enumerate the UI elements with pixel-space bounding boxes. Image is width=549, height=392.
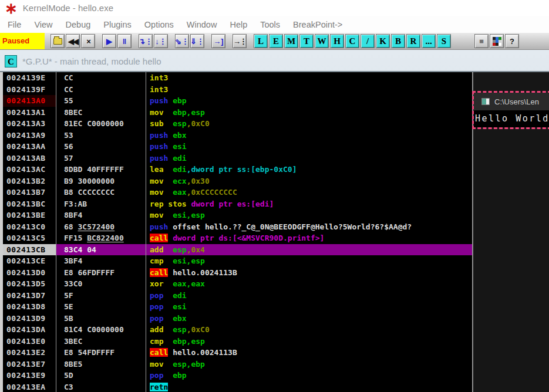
execute-till-return-button[interactable]: →] [211,34,225,48]
address-cell: 002413EA [3,381,56,392]
bytes-cell: 8BE5 [56,359,146,370]
disasm-row[interactable]: 002413D533C0xor eax,eax [3,278,472,290]
address-cell: 002413AA [3,141,56,153]
disasm-row[interactable]: 002413A18BECmov ebp,esp [3,107,472,119]
instruction-cell: rep stos dword ptr es:[edi] [146,198,472,210]
patches-button[interactable]: / [361,34,375,48]
restart-button[interactable]: ◀◀ [66,34,80,48]
menu-item-tools[interactable]: Tools [254,20,287,29]
disasm-row[interactable]: 002413C068 3C572400push offset hello.??_… [3,221,472,233]
instruction-cell: mov ecx,0x30 [146,175,472,187]
bytes-cell: 5F [56,290,146,302]
memory-map-button[interactable]: M [284,34,298,48]
source-button[interactable]: S [437,34,451,48]
disasm-row[interactable]: 002413B2B9 30000000mov ecx,0x30 [3,175,472,187]
close-button[interactable]: × [81,34,95,48]
appearance-button[interactable] [490,34,504,48]
address-cell: 002413D7 [3,290,56,302]
address-cell: 002413A0 [3,95,56,107]
bytes-cell: 8DBD 40FFFFFF [56,164,146,175]
instruction-cell: push ebp [146,95,472,107]
address-cell: 002413DA [3,324,56,336]
menu-item-file[interactable]: File [1,20,28,29]
bytes-cell: 5D [56,370,146,381]
bytes-cell: 81EC C0000000 [56,118,146,130]
disasm-row[interactable]: 002413AA56push esi [3,141,472,153]
animate-into-button[interactable]: ⇘⋮ [175,34,189,48]
step-over-button[interactable]: ↓⋮ [154,34,168,48]
console-titlebar[interactable]: C:\Users\Len [474,93,549,110]
go-to-address-button[interactable]: →⋮ [233,34,247,48]
menu-item-help[interactable]: Help [223,20,254,29]
help-button[interactable]: ? [505,34,519,48]
instruction-cell: sub esp,0xC0 [146,118,472,130]
pause-button[interactable]: ‖ [117,34,132,48]
disasm-row[interactable]: 002413DA81C4 C0000000add esp,0xC0 [3,324,472,336]
disasm-row[interactable]: 002413BCF3:ABrep stos dword ptr es:[edi] [3,198,472,210]
disasm-row[interactable]: 002413E78BE5mov esp,ebp [3,359,472,370]
call-stack-button[interactable]: K [376,34,390,48]
breakpoints-button[interactable]: B [391,34,405,48]
cpu-window-caption[interactable]: C *G.P.U* - main thread, module hello [5,54,161,68]
disasm-row[interactable]: 002413AC8DBD 40FFFFFFlea edi,dword ptr s… [3,164,472,175]
open-folder-icon [53,38,62,45]
disasm-row[interactable]: 002413D95Bpop ebx [3,313,472,325]
menu-item-breakpoint[interactable]: BreakPoint-> [287,20,349,29]
bytes-cell: E8 66FDFFFF [56,267,146,279]
windows-button[interactable]: W [315,34,329,48]
bytes-cell: 3BF4 [56,255,146,267]
menu-bar: FileViewDebugPluginsOptionsWindowHelpToo… [0,16,549,33]
menu-item-window[interactable]: Window [180,20,224,29]
disasm-row[interactable]: 0024139FCCint3 [3,84,472,96]
console-icon [481,98,490,105]
instruction-cell: call hello.0024113B [146,267,472,279]
disasm-row[interactable]: 002413EAC3retn [3,381,472,392]
instruction-cell: retn [146,381,472,392]
disasm-row[interactable]: 002413A381EC C0000000sub esp,0xC0 [3,118,472,130]
disasm-row[interactable]: 002413D75Fpop edi [3,290,472,302]
step-into-button[interactable]: ↴⋮ [139,34,153,48]
disasm-row[interactable]: 002413E95Dpop ebp [3,370,472,381]
instruction-cell: int3 [146,84,472,96]
disasm-row[interactable]: 0024139ECCint3 [3,72,472,84]
disasm-row[interactable]: 002413CE3BF4cmp esi,esp [3,255,472,267]
menu-item-debug[interactable]: Debug [59,20,97,29]
disasm-row[interactable]: 002413A953push ebx [3,130,472,141]
disasm-row[interactable]: 002413D85Epop esi [3,301,472,313]
run-button[interactable]: ▶ [102,34,116,48]
handles-button[interactable]: H [330,34,344,48]
animate-over-button[interactable]: ⇓⋮ [190,34,204,48]
disasm-row[interactable]: 002413E03BECcmp ebp,esp [3,336,472,347]
disasm-row[interactable]: 002413B7B8 CCCCCCCCmov eax,0xCCCCCCCC [3,187,472,198]
disassembly-view[interactable]: 0024139ECCint30024139FCCint3002413A055pu… [0,72,472,392]
instruction-cell: push edi [146,153,472,164]
executables-button[interactable]: E [269,34,283,48]
disasm-row[interactable]: 002413BE8BF4mov esi,esp [3,209,472,221]
disasm-row[interactable]: 002413A055push ebp [3,95,472,107]
menu-item-view[interactable]: View [28,20,59,29]
address-cell: 002413C5 [3,232,56,244]
bytes-cell: B9 30000000 [56,175,146,187]
open-file-button[interactable] [50,34,65,48]
instruction-cell: mov ebp,esp [146,107,472,119]
options-list-button[interactable]: ≡ [474,34,489,48]
disasm-row[interactable]: 002413D0E8 66FDFFFFcall hello.0024113B [3,267,472,279]
log-window-button[interactable]: L [254,34,268,48]
console-window[interactable]: C:\Users\Len Hello World [472,91,549,129]
run-trace-button[interactable]: ... [422,34,436,48]
disasm-row[interactable]: 002413CB83C4 04add esp,0x4 [3,244,472,256]
cpu-button[interactable]: C [345,34,359,48]
instruction-cell: mov esp,ebp [146,359,472,370]
bytes-cell: 5B [56,313,146,325]
menu-item-plugins[interactable]: Plugins [97,20,138,29]
references-button[interactable]: R [406,34,420,48]
bytes-cell: 68 3C572400 [56,221,146,233]
threads-button[interactable]: T [299,34,314,48]
bytes-cell: 5E [56,301,146,313]
address-cell: 002413D9 [3,313,56,325]
disasm-row[interactable]: 002413E2E8 54FDFFFFcall hello.0024113B [3,347,472,359]
menu-item-options[interactable]: Options [138,20,180,29]
disasm-row[interactable]: 002413AB57push edi [3,153,472,164]
disasm-row[interactable]: 002413C5FF15 BC822400call dword ptr ds:[… [3,232,472,244]
bytes-cell: C3 [56,381,146,392]
